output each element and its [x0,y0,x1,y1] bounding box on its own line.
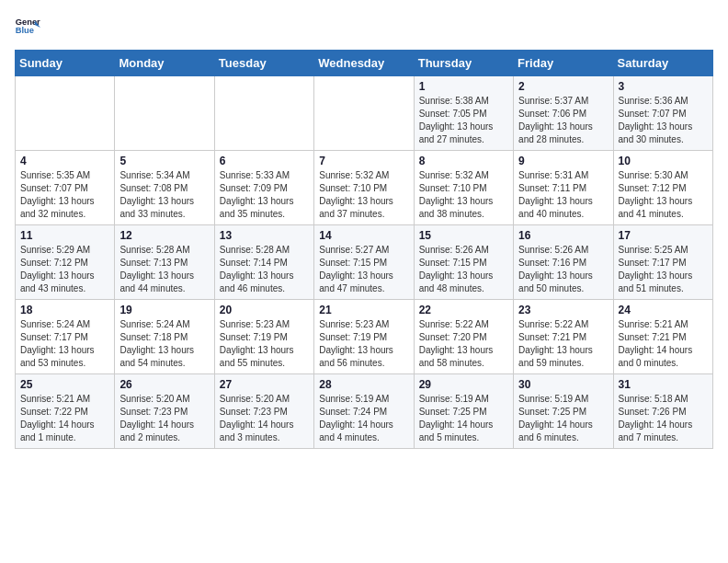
calendar-cell: 8Sunrise: 5:32 AM Sunset: 7:10 PM Daylig… [414,151,513,225]
calendar-cell [314,76,414,151]
calendar-week-row: 1Sunrise: 5:38 AM Sunset: 7:05 PM Daylig… [16,76,713,151]
calendar-cell: 28Sunrise: 5:19 AM Sunset: 7:24 PM Dayli… [314,374,414,449]
day-info: Sunrise: 5:37 AM Sunset: 7:06 PM Dayligh… [518,95,608,146]
day-number: 1 [419,80,508,93]
day-info: Sunrise: 5:28 AM Sunset: 7:14 PM Dayligh… [220,244,309,295]
calendar-cell: 16Sunrise: 5:26 AM Sunset: 7:16 PM Dayli… [514,225,613,300]
calendar-cell: 2Sunrise: 5:37 AM Sunset: 7:06 PM Daylig… [514,76,613,151]
day-info: Sunrise: 5:26 AM Sunset: 7:16 PM Dayligh… [518,244,608,295]
day-info: Sunrise: 5:24 AM Sunset: 7:17 PM Dayligh… [20,318,109,370]
calendar-cell: 26Sunrise: 5:20 AM Sunset: 7:23 PM Dayli… [115,374,214,449]
calendar-cell: 3Sunrise: 5:36 AM Sunset: 7:07 PM Daylig… [613,76,712,151]
calendar-cell: 5Sunrise: 5:34 AM Sunset: 7:08 PM Daylig… [115,151,214,225]
day-number: 31 [619,378,708,391]
day-number: 7 [319,155,408,167]
day-number: 13 [220,229,309,242]
day-info: Sunrise: 5:23 AM Sunset: 7:19 PM Dayligh… [319,318,408,370]
calendar-header-row: SundayMondayTuesdayWednesdayThursdayFrid… [16,51,713,76]
calendar-cell: 9Sunrise: 5:31 AM Sunset: 7:11 PM Daylig… [514,151,613,225]
calendar-week-row: 11Sunrise: 5:29 AM Sunset: 7:12 PM Dayli… [16,225,713,300]
calendar-cell: 15Sunrise: 5:26 AM Sunset: 7:15 PM Dayli… [414,225,513,300]
day-number: 17 [619,229,708,242]
calendar-cell [115,76,214,151]
day-number: 29 [419,378,508,391]
calendar-cell: 22Sunrise: 5:22 AM Sunset: 7:20 PM Dayli… [414,300,513,374]
day-info: Sunrise: 5:20 AM Sunset: 7:23 PM Dayligh… [119,393,209,444]
day-info: Sunrise: 5:22 AM Sunset: 7:20 PM Dayligh… [419,318,508,370]
day-info: Sunrise: 5:21 AM Sunset: 7:22 PM Dayligh… [20,393,109,444]
calendar-cell: 18Sunrise: 5:24 AM Sunset: 7:17 PM Dayli… [16,300,115,374]
logo-icon: General Blue [15,15,40,40]
day-number: 24 [619,304,708,316]
weekday-header-tuesday: Tuesday [214,51,313,76]
day-info: Sunrise: 5:19 AM Sunset: 7:24 PM Dayligh… [319,393,408,444]
day-info: Sunrise: 5:35 AM Sunset: 7:07 PM Dayligh… [20,169,109,221]
calendar-cell: 17Sunrise: 5:25 AM Sunset: 7:17 PM Dayli… [613,225,712,300]
day-number: 19 [119,304,209,316]
calendar-cell: 1Sunrise: 5:38 AM Sunset: 7:05 PM Daylig… [414,76,513,151]
day-number: 23 [518,304,608,316]
day-info: Sunrise: 5:38 AM Sunset: 7:05 PM Dayligh… [419,95,508,146]
weekday-header-monday: Monday [115,51,214,76]
weekday-header-friday: Friday [514,51,613,76]
day-number: 22 [419,304,508,316]
calendar-cell [16,76,115,151]
weekday-header-sunday: Sunday [16,51,115,76]
calendar-table: SundayMondayTuesdayWednesdayThursdayFrid… [15,50,713,449]
day-info: Sunrise: 5:34 AM Sunset: 7:08 PM Dayligh… [119,169,209,221]
day-number: 16 [518,229,608,242]
calendar-week-row: 25Sunrise: 5:21 AM Sunset: 7:22 PM Dayli… [16,374,713,449]
calendar-week-row: 4Sunrise: 5:35 AM Sunset: 7:07 PM Daylig… [16,151,713,225]
day-number: 21 [319,304,408,316]
day-number: 6 [220,155,309,167]
day-info: Sunrise: 5:19 AM Sunset: 7:25 PM Dayligh… [518,393,608,444]
day-info: Sunrise: 5:20 AM Sunset: 7:23 PM Dayligh… [220,393,309,444]
day-info: Sunrise: 5:28 AM Sunset: 7:13 PM Dayligh… [119,244,209,295]
weekday-header-saturday: Saturday [613,51,712,76]
day-info: Sunrise: 5:19 AM Sunset: 7:25 PM Dayligh… [419,393,508,444]
day-number: 5 [119,155,209,167]
calendar-cell: 25Sunrise: 5:21 AM Sunset: 7:22 PM Dayli… [16,374,115,449]
day-number: 25 [20,378,109,391]
calendar-cell: 27Sunrise: 5:20 AM Sunset: 7:23 PM Dayli… [214,374,313,449]
day-info: Sunrise: 5:18 AM Sunset: 7:26 PM Dayligh… [619,393,708,444]
calendar-cell: 20Sunrise: 5:23 AM Sunset: 7:19 PM Dayli… [214,300,313,374]
day-number: 4 [20,155,109,167]
calendar-week-row: 18Sunrise: 5:24 AM Sunset: 7:17 PM Dayli… [16,300,713,374]
day-info: Sunrise: 5:27 AM Sunset: 7:15 PM Dayligh… [319,244,408,295]
calendar-cell: 23Sunrise: 5:22 AM Sunset: 7:21 PM Dayli… [514,300,613,374]
weekday-header-wednesday: Wednesday [314,51,414,76]
calendar-cell: 24Sunrise: 5:21 AM Sunset: 7:21 PM Dayli… [613,300,712,374]
day-number: 20 [220,304,309,316]
page-header: General Blue [15,15,713,40]
day-number: 14 [319,229,408,242]
day-number: 11 [20,229,109,242]
calendar-cell: 10Sunrise: 5:30 AM Sunset: 7:12 PM Dayli… [613,151,712,225]
day-number: 26 [119,378,209,391]
calendar-cell: 7Sunrise: 5:32 AM Sunset: 7:10 PM Daylig… [314,151,414,225]
calendar-cell: 11Sunrise: 5:29 AM Sunset: 7:12 PM Dayli… [16,225,115,300]
svg-text:Blue: Blue [16,26,34,35]
day-info: Sunrise: 5:23 AM Sunset: 7:19 PM Dayligh… [220,318,309,370]
day-number: 3 [619,80,708,93]
day-info: Sunrise: 5:24 AM Sunset: 7:18 PM Dayligh… [119,318,209,370]
calendar-cell: 19Sunrise: 5:24 AM Sunset: 7:18 PM Dayli… [115,300,214,374]
day-info: Sunrise: 5:32 AM Sunset: 7:10 PM Dayligh… [419,169,508,221]
calendar-cell: 6Sunrise: 5:33 AM Sunset: 7:09 PM Daylig… [214,151,313,225]
day-number: 2 [518,80,608,93]
day-number: 10 [619,155,708,167]
weekday-header-thursday: Thursday [414,51,513,76]
day-info: Sunrise: 5:30 AM Sunset: 7:12 PM Dayligh… [619,169,708,221]
calendar-cell: 13Sunrise: 5:28 AM Sunset: 7:14 PM Dayli… [214,225,313,300]
day-number: 27 [220,378,309,391]
day-number: 15 [419,229,508,242]
calendar-cell [214,76,313,151]
calendar-cell: 21Sunrise: 5:23 AM Sunset: 7:19 PM Dayli… [314,300,414,374]
calendar-cell: 30Sunrise: 5:19 AM Sunset: 7:25 PM Dayli… [514,374,613,449]
day-info: Sunrise: 5:33 AM Sunset: 7:09 PM Dayligh… [220,169,309,221]
day-number: 18 [20,304,109,316]
day-number: 8 [419,155,508,167]
calendar-cell: 4Sunrise: 5:35 AM Sunset: 7:07 PM Daylig… [16,151,115,225]
day-number: 28 [319,378,408,391]
day-info: Sunrise: 5:32 AM Sunset: 7:10 PM Dayligh… [319,169,408,221]
